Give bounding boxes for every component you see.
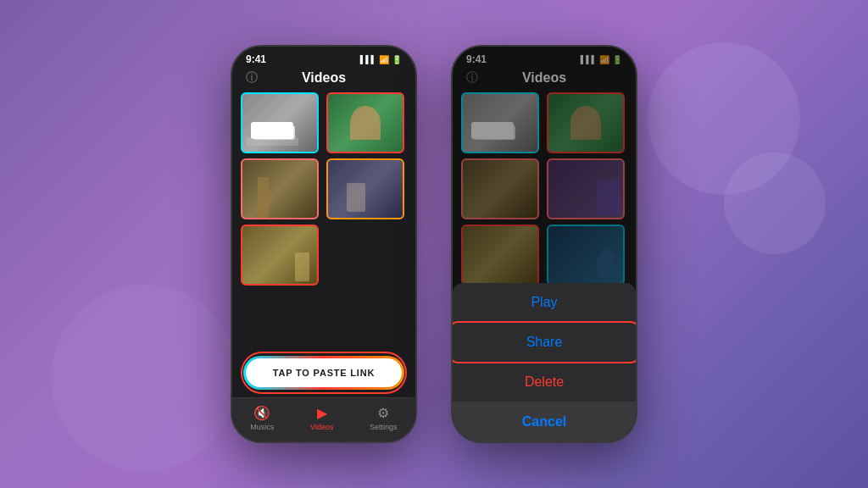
left-status-icons: ▌▌▌ 📶 🔋 <box>360 55 402 64</box>
paste-link-container: TAP TO PASTE LINK <box>232 348 415 397</box>
car-shape <box>253 125 294 140</box>
figure2-shape <box>295 252 310 281</box>
action-share[interactable]: Share <box>453 323 636 363</box>
wifi-icon: 📶 <box>379 55 389 64</box>
musics-icon: 🔇 <box>253 405 270 421</box>
right-phone: 9:41 ▌▌▌ 📶 🔋 ⓘ Videos Play <box>451 45 637 443</box>
battery-icon: 🔋 <box>392 55 402 64</box>
person-shape <box>350 106 380 141</box>
signal-icon: ▌▌▌ <box>360 55 376 64</box>
left-app-header: ⓘ Videos <box>232 69 415 92</box>
action-play[interactable]: Play <box>453 283 636 323</box>
left-video-grid <box>232 92 415 286</box>
left-tab-bar: 🔇 Musics ▶ Videos ⚙ Settings <box>232 397 415 441</box>
paste-link-wrapper: TAP TO PASTE LINK <box>246 358 402 387</box>
paste-link-button[interactable]: TAP TO PASTE LINK <box>246 358 402 387</box>
action-sheet: Play Share Delete Cancel <box>453 283 636 441</box>
action-delete[interactable]: Delete <box>453 363 636 402</box>
musics-label: Musics <box>250 423 274 431</box>
left-info-icon[interactable]: ⓘ <box>246 70 258 86</box>
video-thumb-4[interactable] <box>326 158 404 219</box>
road-shape <box>246 137 298 146</box>
videos-icon: ▶ <box>317 405 327 421</box>
settings-icon: ⚙ <box>377 405 389 421</box>
left-phone: 9:41 ▌▌▌ 📶 🔋 ⓘ Videos <box>231 45 417 443</box>
left-time: 9:41 <box>246 53 266 65</box>
pillar-shape <box>258 177 269 218</box>
tab-videos[interactable]: ▶ Videos <box>310 405 333 431</box>
bg-decoration-3 <box>724 152 826 254</box>
video-thumb-2[interactable] <box>326 92 404 153</box>
figure-shape <box>347 183 365 212</box>
bg-decoration-2 <box>51 285 237 471</box>
action-cancel[interactable]: Cancel <box>453 402 636 441</box>
left-bottom-area: TAP TO PASTE LINK 🔇 Musics ▶ Videos ⚙ Se… <box>232 348 415 441</box>
left-status-bar: 9:41 ▌▌▌ 📶 🔋 <box>232 47 415 69</box>
settings-label: Settings <box>370 423 398 431</box>
tab-settings[interactable]: ⚙ Settings <box>370 405 398 431</box>
videos-label: Videos <box>310 423 333 431</box>
tab-musics[interactable]: 🔇 Musics <box>250 405 274 431</box>
left-header-title: Videos <box>302 70 346 86</box>
video-thumb-1[interactable] <box>241 92 319 153</box>
video-thumb-3[interactable] <box>241 158 319 219</box>
video-thumb-5[interactable] <box>241 225 319 286</box>
